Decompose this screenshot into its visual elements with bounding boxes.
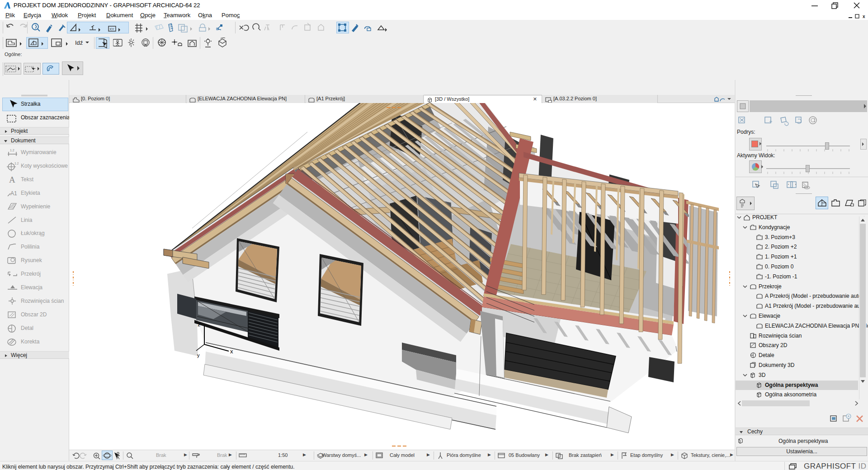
svg-text:A1: A1 bbox=[10, 190, 17, 197]
svg-text:XY: XY bbox=[109, 27, 114, 31]
svg-text:x: x bbox=[863, 14, 865, 19]
svg-text:y: y bbox=[197, 352, 200, 358]
svg-text:A: A bbox=[9, 175, 15, 184]
svg-text:z: z bbox=[198, 321, 201, 328]
svg-text:1.2: 1.2 bbox=[10, 149, 14, 152]
svg-text:1.2: 1.2 bbox=[14, 162, 19, 165]
svg-text:x: x bbox=[230, 348, 233, 355]
